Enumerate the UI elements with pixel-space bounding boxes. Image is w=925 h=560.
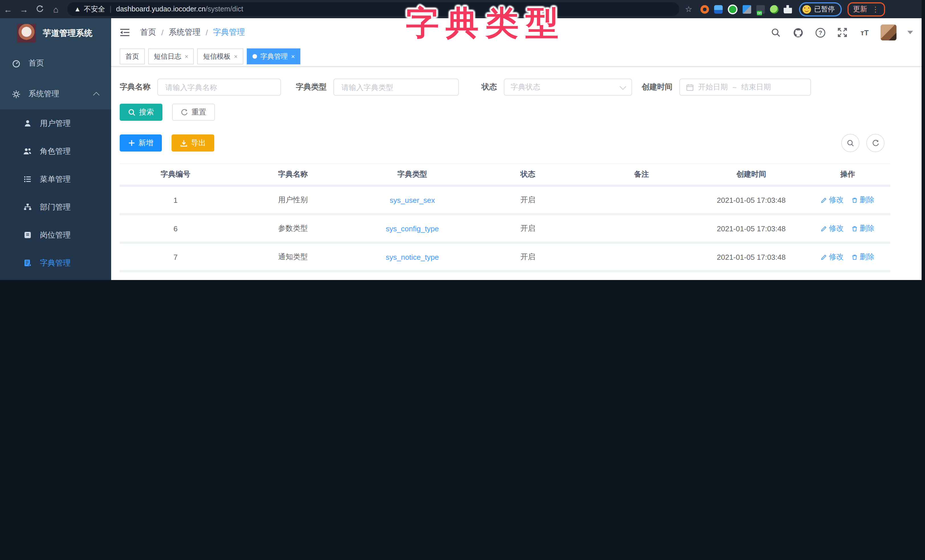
kebab-menu-icon[interactable]: ⋮ (872, 5, 879, 14)
status-select[interactable]: 字典状态 (504, 78, 632, 96)
close-icon[interactable]: × (234, 53, 238, 60)
help-icon[interactable]: ? (814, 26, 826, 39)
extension-icon-diamond[interactable] (742, 5, 751, 14)
header-search-icon[interactable] (770, 26, 782, 39)
extension-icon-leaf[interactable] (770, 5, 778, 14)
fullscreen-icon[interactable] (836, 26, 849, 39)
reset-button[interactable]: 重置 (172, 104, 215, 121)
sidebar-item-notice[interactable]: 通知公告 (0, 277, 111, 280)
col-actions: 操作 (805, 164, 890, 186)
dict-type-link[interactable]: sys_notice_status (354, 271, 470, 280)
bookmark-star-icon[interactable]: ☆ (685, 5, 692, 14)
browser-update-button[interactable]: 更新 ⋮ (847, 2, 885, 16)
sidebar-item-home[interactable]: 首页 (0, 48, 111, 78)
app-navbar: 首页 / 系统管理 / 字典管理 ? (111, 18, 922, 47)
sidebar-item-dept-mgmt[interactable]: 部门管理 (0, 193, 111, 221)
col-dict-id: 字典编号 (120, 164, 231, 186)
window-edge-strip (922, 0, 925, 280)
extension-icon-on-badge[interactable]: on (756, 5, 765, 14)
export-button[interactable]: 导出 (172, 134, 214, 152)
close-icon[interactable]: × (185, 53, 188, 60)
hide-search-button[interactable] (841, 134, 859, 152)
security-label: 不安全 (84, 4, 105, 14)
sidebar-item-system[interactable]: 系统管理 (0, 78, 111, 109)
extensions-row: on (700, 4, 792, 14)
github-icon[interactable] (792, 26, 804, 39)
breadcrumb: 首页 / 系统管理 / 字典管理 (140, 27, 245, 38)
profile-paused-pill[interactable]: 已暂停 (799, 2, 842, 16)
sidebar-item-label: 部门管理 (40, 202, 71, 212)
extension-icon-blue-gem[interactable] (714, 5, 722, 14)
chevron-down-icon (620, 83, 626, 90)
dashboard-icon (11, 59, 21, 68)
edit-link[interactable]: 修改 (821, 223, 844, 233)
dict-type-input[interactable] (333, 78, 459, 96)
col-create-time: 创建时间 (697, 164, 805, 186)
delete-link[interactable]: 删除 (852, 195, 875, 205)
sidebar-item-role-mgmt[interactable]: 角色管理 (0, 137, 111, 165)
close-icon[interactable]: × (291, 53, 295, 60)
dict-type-link[interactable]: sys_user_sex (354, 186, 470, 214)
col-dict-name: 字典名称 (231, 164, 354, 186)
end-date-placeholder[interactable]: 结束日期 (741, 82, 771, 92)
sidebar-item-dict-mgmt[interactable]: 字典管理 (0, 249, 111, 277)
sidebar-item-post-mgmt[interactable]: 岗位管理 (0, 221, 111, 249)
dict-type-label: 字典类型 (296, 82, 327, 92)
warning-icon: ▲ (74, 5, 81, 13)
sidebar-item-label: 用户管理 (40, 118, 71, 128)
tab-sms-log[interactable]: 短信日志× (148, 48, 194, 65)
url-path: /system/dict (205, 5, 243, 13)
chevron-up-icon (93, 92, 100, 99)
edit-link[interactable]: 修改 (821, 195, 844, 205)
status-label: 状态 (482, 82, 497, 92)
delete-link[interactable]: 删除 (852, 252, 875, 262)
sidebar-item-label: 系统管理 (29, 89, 59, 99)
table-row: 6参数类型 sys_config_type 开启 2021-01-05 17:0… (120, 214, 890, 243)
extension-icon-orange[interactable] (700, 5, 709, 14)
sidebar-item-label: 岗位管理 (40, 230, 71, 240)
extensions-puzzle-icon[interactable] (783, 5, 792, 14)
sidebar-item-menu-mgmt[interactable]: 菜单管理 (0, 165, 111, 193)
forward-icon[interactable]: → (16, 4, 32, 14)
active-dot (253, 54, 257, 59)
user-icon (23, 119, 32, 128)
breadcrumb-current: 字典管理 (213, 27, 245, 38)
back-icon[interactable]: ← (0, 4, 16, 14)
start-date-placeholder[interactable]: 开始日期 (698, 82, 728, 92)
delete-link[interactable]: 删除 (852, 223, 875, 233)
sidebar-item-label: 字典管理 (40, 258, 71, 268)
tab-home[interactable]: 首页 (120, 48, 145, 65)
table-row: 1用户性别 sys_user_sex 开启 2021-01-05 17:03:4… (120, 186, 890, 214)
dict-type-link[interactable]: sys_config_type (354, 214, 470, 243)
table-row: 8通知状态 sys_notice_status 开启 2021-01-05 17… (120, 271, 890, 280)
date-range-picker[interactable]: 开始日期 ~ 结束日期 (679, 78, 811, 96)
breadcrumb-home[interactable]: 首页 (140, 27, 156, 38)
add-button[interactable]: 新增 (120, 134, 162, 152)
emoji-avatar-icon (802, 5, 811, 14)
dict-type-link[interactable]: sys_notice_type (354, 243, 470, 271)
home-icon[interactable]: ⌂ (48, 4, 64, 14)
caret-down-icon[interactable] (907, 31, 913, 34)
list-icon (23, 175, 32, 184)
refresh-button[interactable] (866, 134, 884, 152)
edit-link[interactable]: 修改 (821, 252, 844, 262)
extension-icon-green-circle[interactable] (728, 4, 737, 14)
address-bar[interactable]: ▲ 不安全 | dashboard.yudao.iocoder.cn /syst… (67, 2, 679, 16)
col-status: 状态 (470, 164, 586, 186)
dict-name-input[interactable] (157, 78, 281, 96)
tags-view-bar: 首页 短信日志× 短信模板× 字典管理× (111, 47, 922, 67)
sidebar-item-user-mgmt[interactable]: 用户管理 (0, 109, 111, 137)
sidebar-collapse-icon[interactable] (120, 28, 130, 37)
sidebar-item-label: 首页 (29, 58, 44, 68)
reload-icon[interactable] (32, 5, 48, 13)
search-button[interactable]: 搜索 (120, 104, 163, 121)
sidebar-item-label: 菜单管理 (40, 174, 71, 184)
avatar[interactable] (881, 24, 896, 41)
sidebar: 芋道管理系统 首页 系统管理 用户管 (0, 18, 111, 280)
tab-dict-mgmt[interactable]: 字典管理× (247, 48, 301, 65)
app-title: 芋道管理系统 (43, 28, 92, 38)
screen: ← → ⌂ ▲ 不安全 | dashboard.yudao.iocoder.cn… (0, 0, 925, 280)
font-size-icon[interactable]: ᴛT (858, 26, 871, 39)
app-logo-block[interactable]: 芋道管理系统 (0, 18, 111, 48)
tab-sms-template[interactable]: 短信模板× (197, 48, 243, 65)
